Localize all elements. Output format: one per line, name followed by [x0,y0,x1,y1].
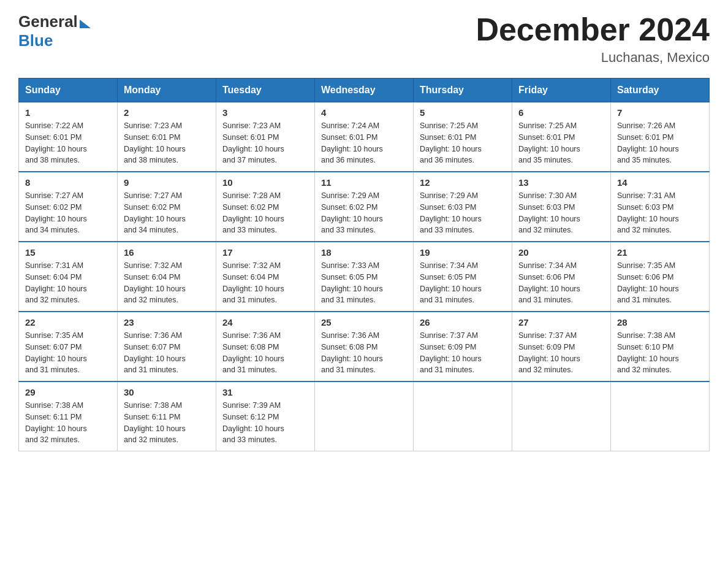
day-number: 2 [124,107,210,118]
day-number: 6 [518,107,604,118]
calendar-cell: 24Sunrise: 7:36 AMSunset: 6:08 PMDayligh… [216,312,315,381]
day-info: Sunrise: 7:38 AMSunset: 6:10 PMDaylight:… [617,330,703,376]
calendar-cell: 26Sunrise: 7:37 AMSunset: 6:09 PMDayligh… [414,312,512,381]
day-info: Sunrise: 7:22 AMSunset: 6:01 PMDaylight:… [25,120,111,166]
day-number: 30 [124,387,210,397]
calendar-cell: 16Sunrise: 7:32 AMSunset: 6:04 PMDayligh… [118,242,216,312]
calendar-cell: 4Sunrise: 7:24 AMSunset: 6:01 PMDaylight… [315,102,414,172]
day-number: 5 [420,107,506,118]
calendar-cell: 22Sunrise: 7:35 AMSunset: 6:07 PMDayligh… [19,312,118,381]
logo-general-text: General [18,12,78,31]
logo-blue-text: Blue [18,31,53,50]
day-number: 14 [617,177,703,188]
calendar-cell: 31Sunrise: 7:39 AMSunset: 6:12 PMDayligh… [216,381,315,451]
day-number: 26 [420,317,506,327]
day-number: 20 [518,247,604,258]
calendar-cell [414,381,512,451]
day-number: 31 [222,387,308,397]
calendar-cell: 30Sunrise: 7:38 AMSunset: 6:11 PMDayligh… [118,381,216,451]
calendar-cell [611,381,710,451]
day-number: 18 [321,247,407,258]
calendar-cell: 12Sunrise: 7:29 AMSunset: 6:03 PMDayligh… [414,172,512,242]
header-monday: Monday [118,79,216,102]
calendar-cell: 7Sunrise: 7:26 AMSunset: 6:01 PMDaylight… [611,102,710,172]
day-info: Sunrise: 7:23 AMSunset: 6:01 PMDaylight:… [222,120,308,166]
calendar-cell: 29Sunrise: 7:38 AMSunset: 6:11 PMDayligh… [19,381,118,451]
calendar-cell: 17Sunrise: 7:32 AMSunset: 6:04 PMDayligh… [216,242,315,312]
calendar-cell [315,381,414,451]
day-info: Sunrise: 7:27 AMSunset: 6:02 PMDaylight:… [124,190,210,236]
day-info: Sunrise: 7:32 AMSunset: 6:04 PMDaylight:… [222,260,308,306]
header-saturday: Saturday [611,79,710,102]
day-info: Sunrise: 7:37 AMSunset: 6:09 PMDaylight:… [518,330,604,376]
day-info: Sunrise: 7:35 AMSunset: 6:07 PMDaylight:… [25,330,111,376]
day-number: 16 [124,247,210,258]
header-sunday: Sunday [19,79,118,102]
calendar-cell: 6Sunrise: 7:25 AMSunset: 6:01 PMDaylight… [512,102,611,172]
header-wednesday: Wednesday [315,79,414,102]
day-info: Sunrise: 7:23 AMSunset: 6:01 PMDaylight:… [124,120,210,166]
month-title: December 2024 [476,12,710,47]
calendar-cell: 11Sunrise: 7:29 AMSunset: 6:02 PMDayligh… [315,172,414,242]
calendar-week-row: 15Sunrise: 7:31 AMSunset: 6:04 PMDayligh… [19,242,710,312]
day-number: 9 [124,177,210,188]
day-number: 28 [617,317,703,327]
day-info: Sunrise: 7:36 AMSunset: 6:08 PMDaylight:… [222,330,308,376]
day-number: 24 [222,317,308,327]
calendar-cell: 5Sunrise: 7:25 AMSunset: 6:01 PMDaylight… [414,102,512,172]
day-info: Sunrise: 7:27 AMSunset: 6:02 PMDaylight:… [25,190,111,236]
day-info: Sunrise: 7:32 AMSunset: 6:04 PMDaylight:… [124,260,210,306]
calendar-cell: 8Sunrise: 7:27 AMSunset: 6:02 PMDaylight… [19,172,118,242]
day-info: Sunrise: 7:28 AMSunset: 6:02 PMDaylight:… [222,190,308,236]
day-info: Sunrise: 7:36 AMSunset: 6:08 PMDaylight:… [321,330,407,376]
calendar-cell: 27Sunrise: 7:37 AMSunset: 6:09 PMDayligh… [512,312,611,381]
day-info: Sunrise: 7:25 AMSunset: 6:01 PMDaylight:… [518,120,604,166]
calendar-cell: 9Sunrise: 7:27 AMSunset: 6:02 PMDaylight… [118,172,216,242]
calendar-cell: 25Sunrise: 7:36 AMSunset: 6:08 PMDayligh… [315,312,414,381]
day-number: 8 [25,177,111,188]
day-number: 12 [420,177,506,188]
page-header: General Blue December 2024 Luchanas, Mex… [18,12,710,66]
calendar-cell: 13Sunrise: 7:30 AMSunset: 6:03 PMDayligh… [512,172,611,242]
calendar-cell: 3Sunrise: 7:23 AMSunset: 6:01 PMDaylight… [216,102,315,172]
day-number: 1 [25,107,111,118]
day-info: Sunrise: 7:26 AMSunset: 6:01 PMDaylight:… [617,120,703,166]
header-thursday: Thursday [414,79,512,102]
calendar-table: Sunday Monday Tuesday Wednesday Thursday… [18,78,710,451]
day-number: 29 [25,387,111,397]
day-info: Sunrise: 7:31 AMSunset: 6:03 PMDaylight:… [617,190,703,236]
header-friday: Friday [512,79,611,102]
day-info: Sunrise: 7:38 AMSunset: 6:11 PMDaylight:… [25,400,111,446]
day-info: Sunrise: 7:30 AMSunset: 6:03 PMDaylight:… [518,190,604,236]
day-info: Sunrise: 7:24 AMSunset: 6:01 PMDaylight:… [321,120,407,166]
day-info: Sunrise: 7:29 AMSunset: 6:02 PMDaylight:… [321,190,407,236]
day-number: 7 [617,107,703,118]
calendar-cell: 21Sunrise: 7:35 AMSunset: 6:06 PMDayligh… [611,242,710,312]
day-info: Sunrise: 7:25 AMSunset: 6:01 PMDaylight:… [420,120,506,166]
day-number: 15 [25,247,111,258]
day-number: 21 [617,247,703,258]
calendar-cell: 2Sunrise: 7:23 AMSunset: 6:01 PMDaylight… [118,102,216,172]
day-number: 13 [518,177,604,188]
day-number: 17 [222,247,308,258]
day-info: Sunrise: 7:31 AMSunset: 6:04 PMDaylight:… [25,260,111,306]
day-number: 23 [124,317,210,327]
day-number: 4 [321,107,407,118]
calendar-week-row: 29Sunrise: 7:38 AMSunset: 6:11 PMDayligh… [19,381,710,451]
logo: General Blue [18,12,91,50]
day-info: Sunrise: 7:37 AMSunset: 6:09 PMDaylight:… [420,330,506,376]
calendar-cell: 15Sunrise: 7:31 AMSunset: 6:04 PMDayligh… [19,242,118,312]
calendar-cell: 18Sunrise: 7:33 AMSunset: 6:05 PMDayligh… [315,242,414,312]
day-info: Sunrise: 7:36 AMSunset: 6:07 PMDaylight:… [124,330,210,376]
calendar-cell: 10Sunrise: 7:28 AMSunset: 6:02 PMDayligh… [216,172,315,242]
day-number: 11 [321,177,407,188]
day-number: 3 [222,107,308,118]
calendar-cell: 28Sunrise: 7:38 AMSunset: 6:10 PMDayligh… [611,312,710,381]
day-number: 10 [222,177,308,188]
day-info: Sunrise: 7:34 AMSunset: 6:05 PMDaylight:… [420,260,506,306]
day-info: Sunrise: 7:35 AMSunset: 6:06 PMDaylight:… [617,260,703,306]
day-number: 19 [420,247,506,258]
calendar-week-row: 22Sunrise: 7:35 AMSunset: 6:07 PMDayligh… [19,312,710,381]
calendar-cell: 23Sunrise: 7:36 AMSunset: 6:07 PMDayligh… [118,312,216,381]
calendar-cell: 20Sunrise: 7:34 AMSunset: 6:06 PMDayligh… [512,242,611,312]
